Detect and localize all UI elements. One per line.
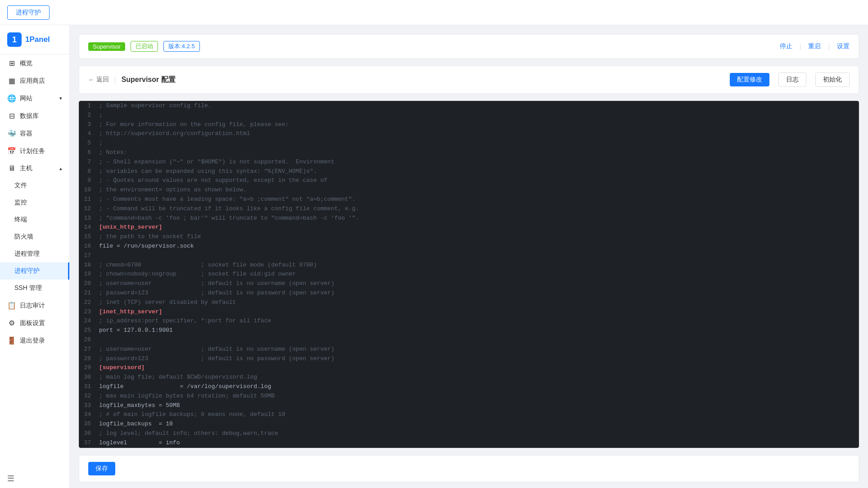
code-line: 29[supervisord]: [79, 363, 859, 373]
line-content: [95, 335, 859, 345]
line-content: ; max main logfile bytes b4 rotation; de…: [95, 392, 859, 401]
line-content: loglevel = info: [95, 438, 859, 448]
sidebar-item-panel-settings[interactable]: ⚙ 面板设置: [0, 314, 69, 332]
app-name-badge: Supervisor: [88, 42, 125, 51]
line-content: ; Notes:: [95, 148, 859, 158]
line-number: 20: [79, 279, 95, 289]
code-line: 10; the environment= options as shown be…: [79, 185, 859, 195]
line-number: 1: [79, 101, 95, 111]
chevron-up-icon: ▴: [59, 166, 62, 172]
code-line: 18; chmod=0700 ; socket file mode (defau…: [79, 261, 859, 270]
sidebar-item-label: 日志审计: [20, 302, 45, 310]
process-guard-btn[interactable]: 进程守护: [7, 5, 50, 20]
sidebar-item-label: 应用商店: [20, 77, 45, 85]
line-number: 30: [79, 373, 95, 382]
line-number: 34: [79, 410, 95, 420]
overview-icon: ⊞: [7, 59, 16, 68]
code-line: 37loglevel = info: [79, 438, 859, 448]
line-content: ; password=123 ; default is no password …: [95, 289, 859, 298]
code-line: 14[unix_http_server]: [79, 223, 859, 232]
database-icon: ⊟: [7, 112, 16, 120]
log-btn[interactable]: 日志: [778, 72, 806, 87]
sidebar-item-label: 进程管理: [14, 250, 40, 258]
config-modify-btn[interactable]: 配置修改: [730, 73, 769, 86]
code-line: 1; Sample supervisor config file.: [79, 101, 859, 111]
code-line: 28; password=123 ; default is no passwor…: [79, 354, 859, 364]
line-number: 11: [79, 195, 95, 204]
line-content: [unix_http_server]: [95, 223, 859, 232]
settings-link[interactable]: 设置: [837, 42, 850, 50]
line-content: ; # of main logfile backups; 0 means non…: [95, 410, 859, 420]
line-number: 23: [79, 307, 95, 317]
line-number: 19: [79, 270, 95, 279]
line-content: ; chmod=0700 ; socket file mode (default…: [95, 261, 859, 270]
sidebar: 1 1Panel ⊞ 概览 ▦ 应用商店 🌐 网站 ▾ ⊟ 数据库 🐳 容器 📅…: [0, 25, 70, 488]
code-line: 2;: [79, 111, 859, 120]
line-content: file = /run/supervisor.sock: [95, 242, 859, 251]
line-content: ; ip_address:port specifier, *:port for …: [95, 316, 859, 326]
sidebar-item-logout[interactable]: 🚪 退出登录: [0, 332, 69, 349]
code-line: 6; Notes:: [79, 148, 859, 158]
sidebar-item-ssh-mgr[interactable]: SSH 管理: [0, 280, 69, 297]
back-button[interactable]: ← 返回: [88, 76, 109, 84]
code-line: 36; log level; default info; others: deb…: [79, 429, 859, 438]
code-line: 5;: [79, 139, 859, 148]
code-line: 25port = 127.0.0.1:9001: [79, 326, 859, 335]
line-number: 18: [79, 261, 95, 270]
line-number: 24: [79, 316, 95, 326]
code-line: 3; For more information on the config fi…: [79, 120, 859, 130]
code-line: 23[inet_http_server]: [79, 307, 859, 317]
init-btn[interactable]: 初始化: [815, 72, 850, 87]
sidebar-item-monitor[interactable]: 监控: [0, 194, 69, 211]
topbar: 进程守护: [0, 0, 868, 25]
sidebar-item-process-guard[interactable]: 进程守护: [0, 262, 69, 280]
code-line: 12; - Command will be truncated if it lo…: [79, 204, 859, 214]
sidebar-item-label: 监控: [14, 199, 27, 207]
sidebar-item-files[interactable]: 文件: [0, 177, 69, 194]
line-content: ; Sample supervisor config file.: [95, 101, 859, 111]
divider2: |: [828, 43, 830, 50]
sidebar-item-crontask[interactable]: 📅 计划任务: [0, 142, 69, 160]
sidebar-item-website[interactable]: 🌐 网站 ▾: [0, 90, 69, 107]
restart-link[interactable]: 重启: [808, 42, 821, 50]
line-content: ; chown=nobody:nogroup ; socket file uid…: [95, 270, 859, 279]
sidebar-item-overview[interactable]: ⊞ 概览: [0, 54, 69, 72]
sidebar-item-database[interactable]: ⊟ 数据库: [0, 107, 69, 125]
line-number: 31: [79, 382, 95, 392]
code-line: 32; max main logfile bytes b4 rotation; …: [79, 392, 859, 401]
sidebar-item-host[interactable]: 🖥 主机 ▴: [0, 160, 69, 177]
line-number: 10: [79, 185, 95, 195]
line-number: 36: [79, 429, 95, 438]
line-content: port = 127.0.0.1:9001: [95, 326, 859, 335]
sidebar-item-container[interactable]: 🐳 容器: [0, 125, 69, 142]
sidebar-item-log-audit[interactable]: 📋 日志审计: [0, 297, 69, 314]
line-number: 14: [79, 223, 95, 232]
sidebar-item-terminal[interactable]: 终端: [0, 211, 69, 228]
menu-toggle-btn[interactable]: ☰: [7, 474, 14, 483]
line-number: 26: [79, 335, 95, 345]
code-line: 4; http://supervisord.org/configuration.…: [79, 129, 859, 139]
sidebar-item-label: 进程守护: [14, 267, 40, 275]
container-icon: 🐳: [7, 129, 16, 138]
log-audit-icon: 📋: [7, 301, 16, 310]
code-line: 22; inet (TCP) server disabled by defaul…: [79, 298, 859, 307]
code-line: 15; the path to the socket file: [79, 232, 859, 242]
line-content: ; http://supervisord.org/configuration.h…: [95, 129, 859, 139]
sidebar-item-appstore[interactable]: ▦ 应用商店: [0, 72, 69, 90]
stop-link[interactable]: 停止: [780, 42, 792, 50]
save-area: 保存: [79, 455, 859, 482]
code-line: 17: [79, 251, 859, 261]
sidebar-item-label: 计划任务: [20, 147, 45, 155]
code-line: 9; - Quotes around values are not suppor…: [79, 176, 859, 185]
code-line: 19; chown=nobody:nogroup ; socket file u…: [79, 270, 859, 279]
sidebar-item-label: 概览: [20, 59, 32, 68]
save-button[interactable]: 保存: [88, 462, 115, 475]
status-bar: Supervisor 已启动 版本:4.2.5 停止 | 重启 | 设置: [79, 34, 859, 59]
sidebar-item-process-mgr[interactable]: 进程管理: [0, 245, 69, 262]
sidebar-item-firewall[interactable]: 防火墙: [0, 228, 69, 245]
code-line: 11; - Comments must have a leading space…: [79, 195, 859, 204]
code-editor[interactable]: 1; Sample supervisor config file.2;3; Fo…: [79, 101, 859, 448]
code-line: 27; username=user ; default is no userna…: [79, 345, 859, 354]
logo-text: 1Panel: [25, 35, 50, 44]
appstore-icon: ▦: [7, 77, 16, 85]
